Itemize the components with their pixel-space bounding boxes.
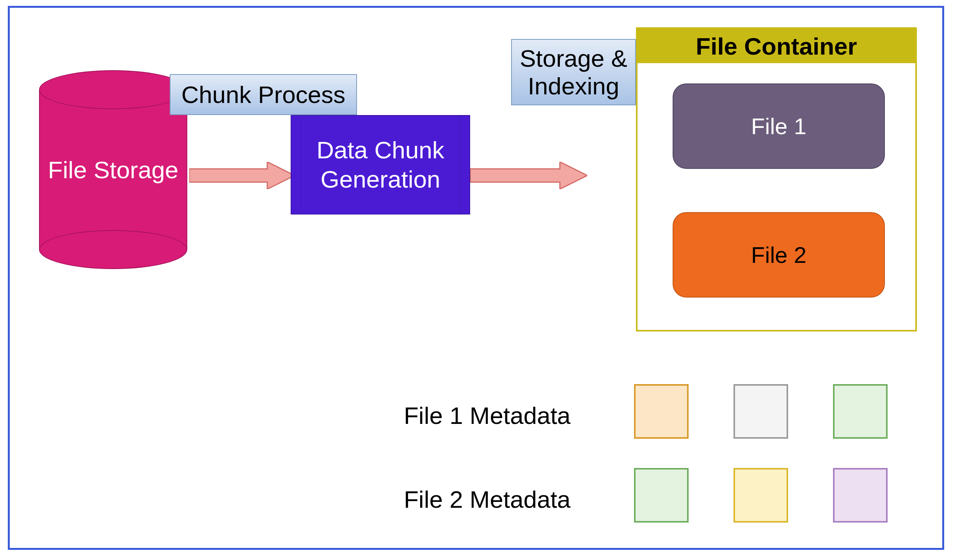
chunk-process-label: Chunk Process: [170, 74, 357, 115]
file-1-label: File 1: [751, 113, 806, 139]
file1-swatch-0: [634, 384, 689, 439]
file2-swatch-2: [833, 468, 888, 523]
svg-marker-0: [189, 162, 295, 189]
data-chunk-generation-box: Data Chunk Generation: [291, 115, 470, 214]
file-2-label: File 2: [751, 242, 806, 268]
file-container-title: File Container: [638, 29, 915, 63]
file-1-metadata-label: File 1 Metadata: [404, 402, 570, 429]
file1-swatch-1: [733, 384, 788, 439]
arrow-1: [189, 162, 295, 189]
file2-swatch-1: [733, 468, 788, 523]
file-storage-cylinder: File Storage: [39, 70, 187, 269]
file1-swatch-2: [833, 384, 888, 439]
file-container: File Container File 1 File 2: [636, 27, 917, 331]
chunk-inner-line-left: [301, 116, 302, 214]
svg-marker-1: [470, 162, 587, 189]
chunk-inner-line-right: [459, 116, 460, 214]
file-2-box: File 2: [673, 212, 885, 298]
storage-indexing-label: Storage &Indexing: [511, 39, 636, 105]
file-storage-label: File Storage: [39, 70, 187, 269]
data-chunk-generation-label: Data Chunk Generation: [316, 136, 444, 194]
file2-swatch-0: [634, 468, 689, 523]
file-1-box: File 1: [673, 83, 885, 169]
diagram-frame: File Storage Chunk Process Data Chunk Ge…: [8, 6, 944, 550]
file-2-metadata-label: File 2 Metadata: [404, 486, 570, 513]
arrow-2: [470, 162, 587, 189]
